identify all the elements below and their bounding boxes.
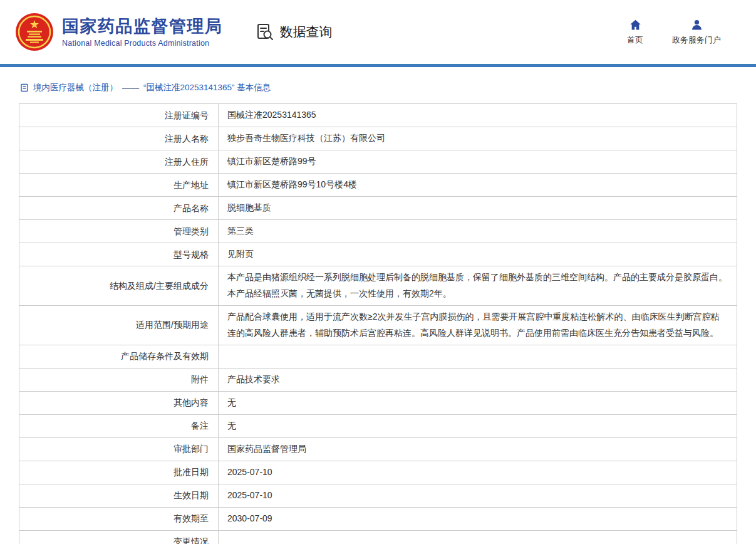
- row-label: 审批部门: [19, 437, 219, 461]
- breadcrumb: 境内医疗器械（注册） —— “国械注准20253141365” 基本信息: [19, 67, 737, 102]
- row-value: 无: [219, 414, 737, 437]
- nav-portal[interactable]: 政务服务门户: [672, 18, 721, 46]
- row-value: 脱细胞基质: [219, 197, 737, 220]
- table-row: 审批部门国家药品监督管理局: [19, 437, 737, 461]
- table-row: 其他内容无: [19, 391, 737, 414]
- table-row: 管理类别第三类: [19, 220, 737, 243]
- row-value: [219, 345, 737, 368]
- table-row: 变更情况: [19, 530, 737, 544]
- data-query-icon: [256, 23, 274, 41]
- info-table-body: 注册证编号国械注准20253141365注册人名称独步吾奇生物医疗科技（江苏）有…: [19, 104, 737, 544]
- row-value: [219, 530, 737, 544]
- national-emblem-icon: [15, 13, 54, 51]
- data-query-title: 数据查询: [256, 23, 333, 41]
- row-label: 产品储存条件及有效期: [19, 345, 219, 368]
- row-label: 变更情况: [19, 530, 219, 544]
- table-row: 型号规格见附页: [19, 243, 737, 266]
- row-label: 生产地址: [19, 174, 219, 197]
- person-icon: [690, 18, 703, 31]
- info-table: 注册证编号国械注准20253141365注册人名称独步吾奇生物医疗科技（江苏）有…: [19, 103, 737, 544]
- table-row: 产品储存条件及有效期: [19, 345, 737, 368]
- breadcrumb-current: “国械注准20253141365” 基本信息: [143, 82, 271, 93]
- table-row: 结构及组成/主要组成成分本产品是由猪源组织经一系列脱细胞处理后制备的脱细胞基质，…: [19, 266, 737, 306]
- row-value: 产品技术要求: [219, 368, 737, 391]
- table-row: 注册人住所镇江市新区楚桥路99号: [19, 150, 737, 174]
- home-icon: [629, 18, 642, 31]
- nav-home[interactable]: 首页: [627, 18, 643, 46]
- table-row: 注册人名称独步吾奇生物医疗科技（江苏）有限公司: [19, 127, 737, 150]
- row-value: 2025-07-10: [219, 461, 737, 484]
- org-name-cn: 国家药品监督管理局: [62, 16, 223, 36]
- row-value: 镇江市新区楚桥路99号: [219, 150, 737, 174]
- org-name-en: National Medical Products Administration: [62, 39, 223, 48]
- row-label: 结构及组成/主要组成成分: [19, 266, 219, 306]
- row-value: 第三类: [219, 220, 737, 243]
- row-label: 注册证编号: [19, 104, 219, 127]
- row-label: 备注: [19, 414, 219, 437]
- row-label: 其他内容: [19, 391, 219, 414]
- row-label: 适用范围/预期用途: [19, 305, 219, 345]
- nav-home-label: 首页: [627, 34, 643, 46]
- row-value: 2030-07-09: [219, 507, 737, 530]
- row-value: 产品配合球囊使用，适用于流产次数≥2次并发生子宫内膜损伤的，且需要开展宫腔中重度…: [219, 305, 737, 345]
- data-query-label: 数据查询: [280, 23, 333, 41]
- row-label: 生效日期: [19, 484, 219, 507]
- table-row: 有效期至2030-07-09: [19, 507, 737, 530]
- row-label: 注册人名称: [19, 127, 219, 150]
- header-nav: 首页 政务服务门户: [627, 18, 740, 46]
- table-row: 生产地址镇江市新区楚桥路99号10号楼4楼: [19, 174, 737, 197]
- table-row: 生效日期2025-07-10: [19, 484, 737, 507]
- row-value: 本产品是由猪源组织经一系列脱细胞处理后制备的脱细胞基质，保留了细胞外基质的三维空…: [219, 266, 737, 306]
- document-icon: [20, 83, 29, 92]
- table-row: 批准日期2025-07-10: [19, 461, 737, 484]
- breadcrumb-category[interactable]: 境内医疗器械（注册）: [33, 82, 118, 93]
- table-row: 产品名称脱细胞基质: [19, 197, 737, 220]
- row-label: 型号规格: [19, 243, 219, 266]
- row-label: 注册人住所: [19, 150, 219, 174]
- row-value: 2025-07-10: [219, 484, 737, 507]
- nav-portal-label: 政务服务门户: [672, 34, 721, 46]
- row-value: 国家药品监督管理局: [219, 437, 737, 461]
- row-value: 无: [219, 391, 737, 414]
- site-header: 国家药品监督管理局 National Medical Products Admi…: [0, 0, 756, 64]
- row-value: 国械注准20253141365: [219, 104, 737, 127]
- table-row: 备注无: [19, 414, 737, 437]
- row-label: 附件: [19, 368, 219, 391]
- row-label: 管理类别: [19, 220, 219, 243]
- row-value: 独步吾奇生物医疗科技（江苏）有限公司: [219, 127, 737, 150]
- row-value: 见附页: [219, 243, 737, 266]
- nmpa-logo[interactable]: 国家药品监督管理局 National Medical Products Admi…: [15, 13, 223, 51]
- row-label: 产品名称: [19, 197, 219, 220]
- table-row: 注册证编号国械注准20253141365: [19, 104, 737, 127]
- table-row: 适用范围/预期用途产品配合球囊使用，适用于流产次数≥2次并发生子宫内膜损伤的，且…: [19, 305, 737, 345]
- breadcrumb-separator: ——: [122, 83, 139, 93]
- row-value: 镇江市新区楚桥路99号10号楼4楼: [219, 174, 737, 197]
- row-label: 有效期至: [19, 507, 219, 530]
- table-row: 附件产品技术要求: [19, 368, 737, 391]
- row-label: 批准日期: [19, 461, 219, 484]
